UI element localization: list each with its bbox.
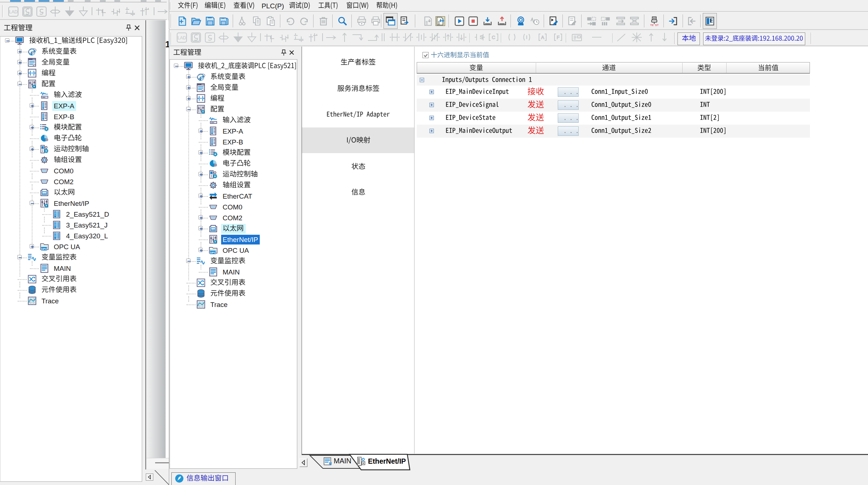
svg-text:OPC: OPC — [41, 247, 47, 251]
svg-text:LAD: LAD — [9, 9, 18, 14]
svg-text:ST: ST — [655, 23, 659, 26]
svg-text:C: C — [492, 35, 495, 40]
svg-text:OPC: OPC — [210, 251, 216, 254]
svg-text:F: F — [557, 35, 560, 40]
svg-text:M: M — [329, 462, 332, 466]
svg-text:S: S — [480, 34, 483, 40]
svg-text:TE: TE — [650, 23, 654, 26]
svg-text:A: A — [541, 35, 544, 40]
svg-text:LAD: LAD — [177, 35, 186, 40]
